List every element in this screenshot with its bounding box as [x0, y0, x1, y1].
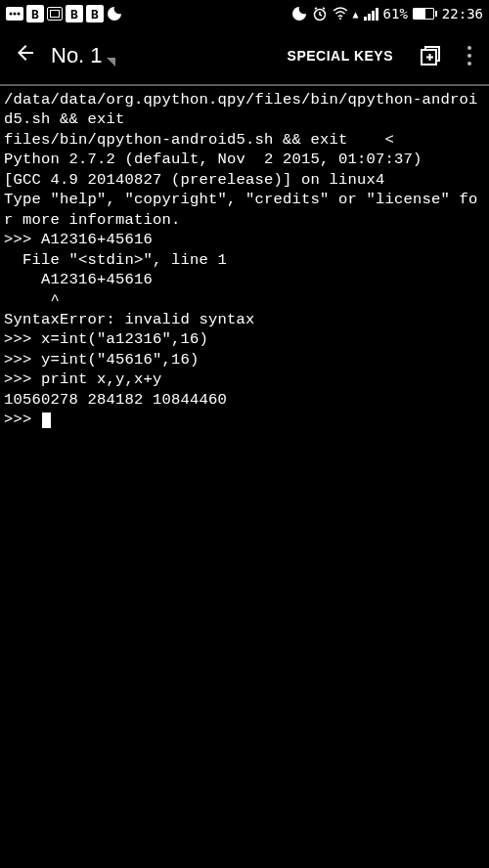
battery-icon [413, 8, 437, 20]
terminal-line: SyntaxError: invalid syntax [4, 311, 255, 328]
window-icon [47, 7, 63, 21]
terminal-line: 10560278 284182 10844460 [4, 391, 227, 409]
svg-point-1 [10, 13, 13, 16]
new-tab-button[interactable] [419, 44, 442, 67]
title-dropdown[interactable]: No. 1 [51, 43, 270, 68]
app-bar: No. 1 SPECIAL KEYS [0, 27, 489, 84]
terminal-line: Type "help", "copyright", "credits" or "… [4, 191, 478, 228]
terminal-line: A12316+45616 [4, 271, 153, 288]
notification-icon [6, 7, 23, 21]
dropdown-caret-icon [107, 58, 115, 66]
terminal-output[interactable]: /data/data/org.qpython.qpy/files/bin/qpy… [0, 86, 489, 434]
status-left: B B B [6, 5, 291, 22]
battery-percent: 61% [383, 6, 408, 22]
signal-icon [364, 7, 378, 21]
alarm-icon [312, 6, 328, 22]
terminal-line: [GCC 4.9 20140827 (prerelease)] on linux… [4, 171, 385, 189]
app-badge-icon: B [66, 5, 83, 22]
back-button[interactable] [8, 35, 43, 76]
svg-point-5 [339, 18, 341, 20]
cursor [42, 412, 51, 428]
terminal-line: ^ [4, 291, 60, 309]
svg-point-3 [18, 13, 21, 16]
status-right: ▲ 61% 22:36 [291, 6, 483, 22]
terminal-line: >>> A12316+45616 [4, 231, 153, 248]
clock: 22:36 [442, 6, 483, 22]
terminal-line: /data/data/org.qpython.qpy/files/bin/qpy… [4, 91, 478, 128]
terminal-line: >>> print x,y,x+y [4, 370, 162, 388]
terminal-line: >>> y=int("45616",16) [4, 351, 200, 369]
wifi-icon [333, 7, 348, 21]
terminal-line: >>> x=int("a12316",16) [4, 330, 208, 348]
moon-icon [291, 6, 307, 22]
data-icon: ▲ [353, 9, 359, 20]
terminal-prompt: >>> [4, 411, 41, 428]
terminal-line: files/bin/qpython-android5.sh && exit < [4, 131, 394, 149]
svg-point-2 [14, 13, 17, 16]
terminal-line: File "<stdin>", line 1 [4, 251, 227, 269]
terminal-line: Python 2.7.2 (default, Nov 2 2015, 01:07… [4, 151, 422, 168]
status-bar: B B B ▲ 61% 22:36 [0, 0, 489, 27]
moon-icon [107, 6, 122, 22]
app-badge-icon: B [86, 5, 104, 22]
special-keys-button[interactable]: SPECIAL KEYS [278, 48, 403, 64]
app-badge-icon: B [26, 5, 44, 22]
overflow-menu-button[interactable] [458, 40, 481, 71]
app-title: No. 1 [51, 43, 103, 68]
